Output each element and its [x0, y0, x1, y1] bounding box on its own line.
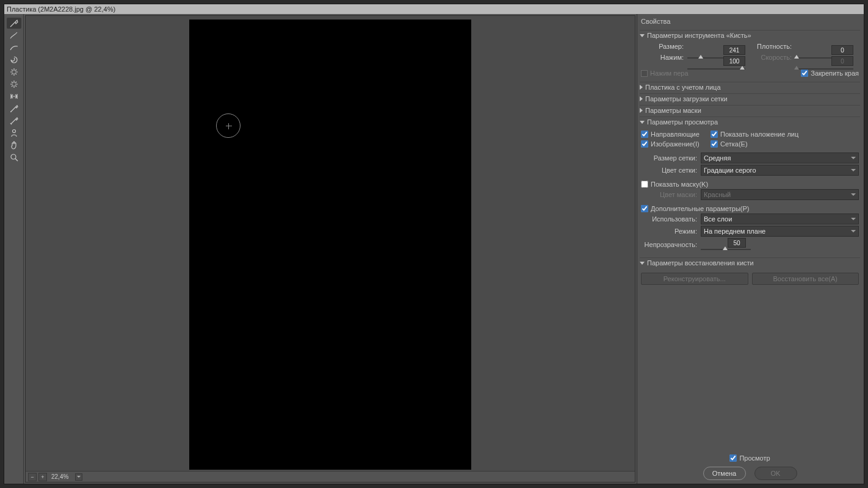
mode-value: На переднем плане: [704, 228, 765, 235]
disclosure-down-icon: [640, 34, 645, 37]
rate-label: Скорость:: [749, 54, 792, 61]
mesh-color-label: Цвет сетки:: [641, 167, 697, 174]
load-mesh-section-header[interactable]: Параметры загрузки сетки: [640, 93, 860, 104]
show-mask-checkbox[interactable]: Показать маску(K): [641, 181, 859, 188]
mesh-size-select[interactable]: Средняя: [701, 152, 859, 163]
size-input[interactable]: [723, 45, 745, 55]
face-overlay-label: Показать наложение лиц: [720, 131, 798, 138]
mask-color-label: Цвет маски:: [641, 191, 697, 198]
preview-checkbox[interactable]: Просмотр: [729, 454, 770, 462]
zoom-in-button[interactable]: +: [38, 473, 47, 481]
disclosure-right-icon: [640, 108, 643, 113]
liquify-window: Пластика (2M2A2228.jpg @ 22,4%): [4, 4, 864, 484]
additional-label: Дополнительные параметры(P): [651, 205, 749, 212]
view-header-label: Параметры просмотра: [647, 118, 718, 126]
rate-input: [831, 56, 853, 66]
brush-cursor-icon: [216, 113, 241, 138]
disclosure-down-icon: [640, 262, 645, 265]
disclosure-right-icon: [640, 85, 643, 90]
zoom-out-button[interactable]: −: [28, 473, 37, 481]
mode-label: Режим:: [641, 228, 697, 235]
image-checkbox[interactable]: Изображение(I): [641, 140, 708, 148]
canvas-viewport[interactable]: [26, 16, 635, 471]
face-aware-label: Пластика с учетом лица: [645, 84, 721, 91]
mask-label: Параметры маски: [645, 107, 701, 114]
size-label: Размер:: [641, 43, 684, 50]
show-mask-label: Показать маску(K): [651, 181, 708, 188]
mode-select[interactable]: На переднем плане: [701, 226, 859, 237]
mask-section-header[interactable]: Параметры маски: [640, 105, 860, 115]
checkbox-disabled-icon: [641, 70, 648, 77]
reconstruct-section-header[interactable]: Параметры восстановления кисти: [640, 257, 860, 268]
bloat-tool-icon[interactable]: [7, 79, 21, 90]
mesh-color-value: Градации серого: [704, 167, 756, 174]
reconstruct-section-body: Реконструировать... Восстановить все(A): [640, 268, 860, 289]
pucker-tool-icon[interactable]: [7, 66, 21, 77]
mask-color-select: Красный: [701, 189, 859, 200]
reconstruct-tool-icon[interactable]: [7, 30, 21, 41]
titlebar[interactable]: Пластика (2M2A2228.jpg @ 22,4%): [4, 4, 864, 14]
guides-label: Направляющие: [651, 131, 700, 138]
mesh-checkbox[interactable]: Сетка(E): [711, 140, 859, 148]
cancel-button[interactable]: Отмена: [703, 467, 746, 480]
face-overlay-checkbox[interactable]: Показать наложение лиц: [711, 131, 859, 138]
ok-button: OK: [754, 467, 797, 480]
guides-checkbox[interactable]: Направляющие: [641, 131, 708, 138]
body-area: − + 22,4% Свойства Параметры инструмента…: [4, 14, 864, 484]
properties-panel: Свойства Параметры инструмента «Кисть» Р…: [637, 14, 864, 484]
brush-section-header[interactable]: Параметры инструмента «Кисть»: [640, 30, 860, 40]
freeze-mask-tool-icon[interactable]: [7, 103, 21, 114]
canvas-footer: − + 22,4%: [26, 471, 635, 482]
pen-pressure-label: Нажим пера: [650, 70, 689, 77]
twirl-tool-icon[interactable]: [7, 54, 21, 65]
svg-point-1: [11, 154, 16, 159]
panel-footer: Просмотр Отмена OK: [640, 450, 860, 480]
mesh-label: Сетка(E): [720, 140, 748, 148]
load-mesh-label: Параметры загрузки сетки: [645, 95, 728, 102]
hand-tool-icon[interactable]: [7, 140, 21, 151]
lock-edges-label: Закрепить края: [811, 70, 859, 77]
face-aware-section-header[interactable]: Пластика с учетом лица: [640, 82, 860, 92]
opacity-slider[interactable]: [701, 238, 751, 251]
mesh-size-label: Размер сетки:: [641, 154, 697, 162]
panel-title: Свойства: [640, 15, 860, 29]
density-input[interactable]: [831, 45, 853, 55]
tool-toolbar: [4, 14, 24, 484]
brush-header-label: Параметры инструмента «Кисть»: [647, 32, 751, 39]
svg-point-0: [12, 130, 15, 133]
window-title: Пластика (2M2A2228.jpg @ 22,4%): [7, 5, 115, 13]
view-section-header[interactable]: Параметры просмотра: [640, 117, 860, 127]
opacity-label: Непрозрачность:: [641, 241, 697, 248]
disclosure-right-icon: [640, 96, 643, 101]
brush-section-body: Размер: Плотность: Нажим:: [640, 40, 860, 81]
zoom-value: 22,4%: [49, 473, 73, 480]
preview-label: Просмотр: [739, 454, 770, 462]
view-section-body: Направляющие Показать наложение лиц Изоб…: [640, 127, 860, 256]
opacity-input[interactable]: [728, 238, 746, 248]
lock-edges-checkbox[interactable]: Закрепить края: [801, 70, 859, 77]
forward-warp-tool-icon[interactable]: [7, 18, 21, 29]
use-label: Использовать:: [641, 215, 697, 223]
pressure-input[interactable]: [723, 56, 745, 66]
face-tool-icon[interactable]: [7, 127, 21, 138]
lock-edges-check[interactable]: [801, 70, 808, 77]
reconstruct-header-label: Параметры восстановления кисти: [647, 259, 754, 267]
additional-params-checkbox[interactable]: Дополнительные параметры(P): [641, 205, 859, 212]
canvas-area: − + 22,4%: [25, 15, 635, 483]
image-label: Изображение(I): [651, 140, 700, 148]
disclosure-down-icon: [640, 121, 645, 124]
mesh-color-select[interactable]: Градации серого: [701, 165, 859, 176]
push-left-tool-icon[interactable]: [7, 91, 21, 102]
reconstruct-button: Реконструировать...: [641, 273, 748, 285]
zoom-dropdown-icon[interactable]: [75, 473, 82, 481]
pressure-label: Нажим:: [641, 54, 684, 61]
density-label: Плотность:: [749, 43, 792, 50]
restore-all-button: Восстановить все(A): [752, 273, 859, 285]
use-select[interactable]: Все слои: [701, 214, 859, 224]
smooth-tool-icon[interactable]: [7, 42, 21, 53]
use-value: Все слои: [704, 215, 732, 223]
thaw-mask-tool-icon[interactable]: [7, 115, 21, 126]
image-preview[interactable]: [189, 20, 471, 470]
zoom-tool-icon[interactable]: [7, 152, 21, 163]
mesh-size-value: Средняя: [704, 154, 731, 162]
